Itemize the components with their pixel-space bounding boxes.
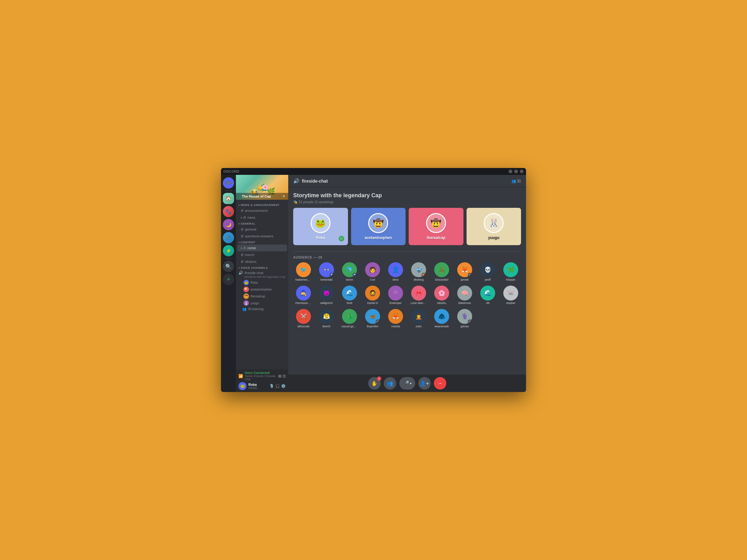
audience-member-idiscarded[interactable]: 🐊 iDiscarded	[431, 262, 452, 281]
category-arrow: ▾	[238, 204, 240, 207]
audience-member-xtopher[interactable]: 🐭 xtopher	[500, 286, 521, 304]
audience-member-abfuscate[interactable]: ⚔️ abfuscate	[293, 309, 314, 328]
leave-icon: →	[438, 380, 443, 386]
server-dropdown-icon[interactable]: ▼	[282, 194, 286, 198]
server-icon-1[interactable]: 🏠	[223, 193, 234, 204]
channel-merch[interactable]: # merch	[237, 251, 287, 258]
category-general[interactable]: ▾ GENERAL	[236, 221, 288, 226]
server-icon-2[interactable]: 🐾	[223, 206, 234, 217]
audience-member-benm[interactable]: 🐬 💎 benm	[339, 262, 360, 281]
server-icon-3[interactable]: 🌙	[223, 219, 234, 230]
audience-member-makemespeakrr[interactable]: 🐦 Makemespeakrr	[293, 262, 314, 281]
audience-member-zuko[interactable]: 🧑‍🦱 zuko	[408, 309, 429, 328]
voice-user-yuugu[interactable]: 🐰 yuugu	[236, 300, 288, 306]
mic-button[interactable]: 🎤 ▾	[399, 377, 415, 390]
voice-connected-text: Voice Connected	[244, 371, 277, 375]
speaker-icon: 🔊	[238, 271, 243, 275]
audience-member-danield[interactable]: 🧔 Daniel D	[362, 286, 383, 304]
voice-user-therealcap[interactable]: 🤠 therealcap	[236, 293, 288, 300]
audience-name: ibuprofen	[367, 325, 379, 328]
speaker-card-acetaminophen[interactable]: 🤠 acetaminophen	[351, 208, 406, 245]
raise-hand-button[interactable]: ✋ 2	[368, 377, 381, 390]
stage-controls: ✋ 2 👥 🎤 ▾ 👤+ →	[288, 375, 526, 392]
settings-button[interactable]: ⚙️	[281, 384, 286, 388]
mod-badge: 🛡	[339, 236, 344, 241]
voice-settings-icon[interactable]: ⊞	[278, 374, 281, 378]
voice-expand-icon[interactable]: ⊡	[283, 374, 286, 378]
audience-member-wildgrinch[interactable]: 😈 wildgrinch	[316, 286, 337, 304]
voice-user-name: yuugu	[251, 301, 259, 305]
audience-member-rnanda[interactable]: 🦊 rnanda	[385, 309, 406, 328]
audience-member-meishu[interactable]: 🌸 Meishu	[431, 286, 452, 304]
channel-stickers[interactable]: # stickers	[237, 258, 287, 265]
speaker-card-therealcap[interactable]: 🤠 therealcap	[409, 208, 463, 245]
server-header[interactable]: 🌊 🌿 ☀️ 🧑‍🌾 🌸 🏕️ ✓ The House of Cap ▼	[236, 175, 288, 200]
audience-member-permissionman[interactable]: 🧙 Permission Man	[293, 286, 314, 304]
audience-member-bench[interactable]: 😤 Bench	[316, 309, 337, 328]
category-voice[interactable]: ▾ VOICE CHANNELS	[236, 265, 288, 270]
stage-title: Storytime with the legendary Cap	[293, 192, 521, 199]
category-content[interactable]: ▾ CONTENT	[236, 240, 288, 244]
maximize-button[interactable]: □	[514, 169, 518, 173]
audience-name: rnanda	[391, 325, 400, 328]
audience-name: Permission Man	[295, 301, 312, 304]
speaker-card-yuugu[interactable]: 🐰 yuugu	[467, 208, 521, 245]
voice-user-avatar: 🐰	[243, 300, 249, 306]
audience-member-getvax[interactable]: ⚕️ 🌙 getvax	[455, 309, 475, 328]
stage-meta: 🎭 31 people (3 speaking)	[293, 200, 521, 204]
audience-member-tontontaki[interactable]: 👓 💎 tontontaki	[316, 262, 337, 281]
audience-name: Daniel D	[367, 301, 378, 304]
nitro-badge: 💎	[353, 273, 357, 277]
mute-button[interactable]: 🎙️	[269, 384, 274, 388]
audience-avatar: 😤	[319, 309, 334, 324]
discord-home-button[interactable]: 🎮	[223, 177, 234, 189]
audience-member-jamiek[interactable]: 🦊 🌙 jamiek	[455, 262, 475, 281]
add-server-button[interactable]: +	[223, 274, 234, 285]
channel-news[interactable]: ▸ # news	[237, 214, 287, 221]
channel-header-right: 👥 31	[511, 179, 521, 183]
channel-comic[interactable]: ▸ # comic	[237, 244, 287, 251]
channel-questions[interactable]: # questions-answers	[237, 233, 287, 240]
audience-member-casualgamer[interactable]: 🐉 casual gamer	[339, 309, 360, 328]
category-label: CONTENT	[240, 241, 255, 244]
server-icon-4[interactable]: 🎵	[223, 232, 234, 243]
deafen-button[interactable]: 🎧	[275, 384, 280, 388]
channel-hash-icon: #	[241, 259, 243, 264]
add-speaker-button[interactable]: 👤+	[418, 377, 431, 390]
channel-hash-icon: #	[243, 215, 246, 220]
speaker-avatar-acetaminophen: 🤠	[368, 213, 388, 233]
audience-member-miketronic[interactable]: 🧠 Miketronic	[455, 286, 475, 304]
audience-member-kleppin[interactable]: 🌿 Kleppin	[500, 262, 521, 281]
audience-member-lonewanderer[interactable]: 🎀 Lone Wanderer	[408, 286, 429, 304]
channel-general[interactable]: # general	[237, 226, 287, 233]
category-arrow: ▾	[238, 222, 240, 225]
voice-channel-fireside[interactable]: 🔊 fireside-chat Storytime with the legen…	[236, 270, 288, 279]
audience-member-dimo[interactable]: 👤 dimo	[385, 262, 406, 281]
audience-name: dimo	[392, 278, 399, 281]
category-news[interactable]: ▾ NEWS & ANNOUNCEMENT	[236, 202, 288, 207]
channel-name: stickers	[245, 260, 256, 264]
speaker-avatar-roka: 🐸	[311, 213, 331, 233]
voice-user-acetaminophen[interactable]: 💊 acetaminophen	[236, 286, 288, 293]
audience-member-jib[interactable]: 🌊 Jib	[478, 286, 498, 304]
server-icon-5[interactable]: ⚡	[223, 245, 234, 256]
audience-member-wearamask[interactable]: 🧥 wearamask	[431, 309, 452, 328]
stage-title-section: Storytime with the legendary Cap 🎭 31 pe…	[293, 192, 521, 204]
audience-member-cori[interactable]: 🧑 Cori	[362, 262, 383, 281]
speaker-card-roka[interactable]: 🐸 Roka 🛡	[293, 208, 348, 245]
audience-member-dhelong[interactable]: 🤿 🌙 dhelong	[408, 262, 429, 281]
audience-avatar: 🎀	[411, 286, 426, 300]
voice-user-roka[interactable]: 🐸 Roka	[236, 279, 288, 286]
audience-member-jwoff[interactable]: 💀 jwoff	[478, 262, 498, 281]
audience-member-entemper[interactable]: 👾 Entemper	[385, 286, 406, 304]
channel-announcement[interactable]: # announcement	[237, 207, 287, 214]
minimize-button[interactable]: —	[509, 169, 512, 173]
audience-member-ibuprofen[interactable]: 🦋 🌙 ibuprofen	[362, 309, 383, 328]
leave-stage-button[interactable]: →	[434, 377, 446, 390]
audience-avatar: 💀	[480, 262, 495, 277]
search-server-button[interactable]: 🔍	[223, 261, 234, 272]
audience-member-brett[interactable]: 🌊 brett	[339, 286, 360, 304]
close-button[interactable]: ✕	[520, 169, 523, 173]
voice-connected-sub: Tonton Friends / Fireside Chat	[244, 375, 277, 381]
members-button[interactable]: 👥	[384, 377, 396, 390]
